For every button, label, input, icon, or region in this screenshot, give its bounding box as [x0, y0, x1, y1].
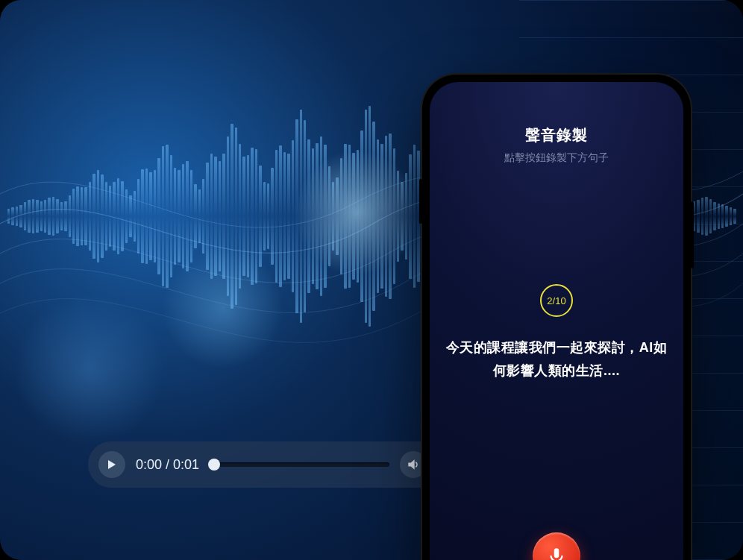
background: 0:00 / 0:01 聲音錄製 點擊按鈕錄製下方句子 2/10 今天的課程讓我…	[0, 0, 743, 560]
current-time: 0:00	[136, 457, 162, 472]
seek-bar[interactable]	[210, 462, 389, 467]
screen-title: 聲音錄製	[525, 125, 588, 145]
recording-prompt: 今天的課程讓我們一起來探討，AI如何影響人類的生活....	[430, 336, 683, 382]
microphone-icon	[547, 547, 566, 560]
audio-player: 0:00 / 0:01	[88, 441, 461, 488]
screen-subtitle: 點擊按鈕錄製下方句子	[504, 151, 609, 165]
record-button[interactable]	[533, 532, 580, 560]
seek-thumb[interactable]	[208, 459, 220, 471]
duration: 0:01	[173, 457, 199, 472]
phone-screen: 聲音錄製 點擊按鈕錄製下方句子 2/10 今天的課程讓我們一起來探討，AI如何影…	[430, 82, 683, 560]
phone-mockup: 聲音錄製 點擊按鈕錄製下方句子 2/10 今天的課程讓我們一起來探討，AI如何影…	[422, 75, 691, 560]
progress-badge: 2/10	[540, 284, 573, 317]
speaker-icon	[406, 457, 421, 472]
playback-time: 0:00 / 0:01	[136, 457, 199, 473]
play-icon	[107, 459, 117, 470]
play-button[interactable]	[98, 451, 125, 478]
